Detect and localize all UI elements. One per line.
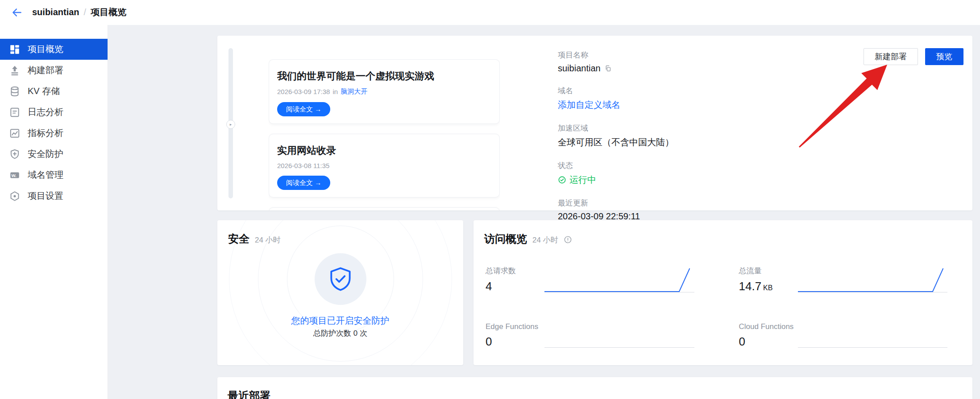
sidebar-item-label: 项目设置 bbox=[28, 190, 63, 202]
traffic-metrics-grid: 总请求数 4 总流量 14.7KB Edge Functions 0 bbox=[486, 263, 947, 349]
domain-label: 域名 bbox=[558, 86, 674, 96]
project-overview-card: ▸ 我们的世界可能是一个虚拟现实游戏 2026-03-09 17:38 in 脑… bbox=[217, 36, 972, 210]
project-info-panel: 项目名称 suibiantian 域名 添加自定义域名 加速区域 全球可用区（不… bbox=[558, 50, 674, 234]
last-updated-label: 最近更新 bbox=[558, 198, 674, 208]
shield-plus-icon bbox=[9, 148, 21, 160]
security-card: 安全 24 小时 您的项目已开启安全防护 总防护次数 0 次 bbox=[217, 220, 463, 365]
copy-icon[interactable] bbox=[604, 65, 612, 72]
sidebar-item-label: 构建部署 bbox=[28, 64, 63, 76]
add-custom-domain-link[interactable]: 添加自定义域名 bbox=[558, 99, 674, 111]
kv-storage-icon bbox=[9, 86, 21, 97]
svg-text:W.: W. bbox=[11, 173, 17, 177]
sidebar-item-security[interactable]: 安全防护 bbox=[0, 144, 108, 165]
sidebar-item-kv-storage[interactable]: KV 存储 bbox=[0, 81, 108, 102]
sidebar-item-label: 日志分析 bbox=[28, 106, 63, 118]
security-message-link[interactable]: 您的项目已开启安全防护 bbox=[217, 315, 463, 327]
traffic-overview-card: 访问概览 24 小时 总请求数 4 总流量 14.7KB bbox=[473, 220, 972, 365]
dashboard-icon bbox=[9, 44, 21, 55]
build-deploy-icon bbox=[9, 65, 21, 76]
sidebar-item-label: 安全防护 bbox=[28, 148, 63, 160]
security-title: 安全 bbox=[228, 232, 249, 246]
check-circle-icon bbox=[558, 176, 566, 184]
metric-label: Cloud Functions bbox=[739, 322, 798, 331]
metric-label: Edge Functions bbox=[486, 322, 544, 331]
project-name-label: 项目名称 bbox=[558, 50, 674, 60]
settings-icon bbox=[9, 190, 21, 202]
sidebar-item-log-analysis[interactable]: 日志分析 bbox=[0, 102, 108, 123]
metric-value: 4 bbox=[486, 280, 492, 293]
info-icon[interactable] bbox=[564, 235, 572, 244]
sidebar-item-build-deploy[interactable]: 构建部署 bbox=[0, 60, 108, 81]
recent-deployments-card: 最近部署 bbox=[217, 377, 972, 399]
sidebar-item-label: 项目概览 bbox=[28, 43, 63, 55]
security-period: 24 小时 bbox=[255, 235, 281, 245]
breadcrumb-project[interactable]: suibiantian bbox=[32, 7, 79, 17]
sparkline-total-traffic bbox=[798, 267, 948, 292]
metric-value: 0 bbox=[739, 335, 745, 348]
news-item: Edge插件 2026-03-08 10:11 bbox=[269, 207, 500, 210]
metric-value: 14.7 bbox=[739, 280, 762, 293]
news-item: 我们的世界可能是一个虚拟现实游戏 2026-03-09 17:38 in 脑洞大… bbox=[269, 59, 500, 124]
sparkline-cloud-functions bbox=[798, 322, 948, 348]
domain-icon: W. bbox=[9, 169, 21, 181]
main-content: ▸ 我们的世界可能是一个虚拟现实游戏 2026-03-09 17:38 in 脑… bbox=[108, 25, 980, 399]
metric-edge-functions: Edge Functions 0 bbox=[486, 318, 694, 349]
breadcrumb: suibiantian / 项目概览 bbox=[32, 6, 126, 18]
read-more-button[interactable]: 阅读全文 → bbox=[277, 102, 330, 116]
back-arrow-icon[interactable] bbox=[11, 7, 23, 18]
metric-label: 总流量 bbox=[739, 266, 798, 276]
metric-value: 0 bbox=[486, 335, 492, 348]
page-title: 项目概览 bbox=[91, 6, 126, 18]
collapse-toggle-icon[interactable]: ▸ bbox=[226, 120, 235, 129]
news-title: 实用网站收录 bbox=[277, 144, 490, 157]
sidebar-item-metrics[interactable]: 指标分析 bbox=[0, 123, 108, 144]
metric-label: 总请求数 bbox=[486, 266, 544, 276]
news-list: 我们的世界可能是一个虚拟现实游戏 2026-03-09 17:38 in 脑洞大… bbox=[269, 59, 500, 210]
region-value: 全球可用区（不含中国大陆） bbox=[558, 136, 674, 148]
metric-cloud-functions: Cloud Functions 0 bbox=[739, 318, 948, 349]
metric-total-requests: 总请求数 4 bbox=[486, 263, 694, 293]
news-date: 2026-03-08 11:35 bbox=[277, 162, 329, 169]
sidebar-item-label: KV 存储 bbox=[28, 85, 60, 97]
status-value: 运行中 bbox=[569, 174, 596, 186]
status-badge: 运行中 bbox=[558, 174, 674, 186]
security-total: 总防护次数 0 次 bbox=[217, 328, 463, 338]
news-in-label: in bbox=[332, 88, 338, 95]
metric-unit: KB bbox=[763, 284, 772, 292]
preview-button[interactable]: 预览 bbox=[925, 48, 963, 65]
metrics-icon bbox=[9, 128, 21, 139]
sidebar: 项目概览 构建部署 KV 存储 日志分析 指标分析 安全防护 W. 域名管理 项… bbox=[0, 25, 108, 399]
sparkline-edge-functions bbox=[544, 322, 694, 348]
sidebar-item-label: 域名管理 bbox=[28, 169, 63, 181]
new-deploy-button[interactable]: 新建部署 bbox=[864, 48, 918, 65]
sidebar-item-label: 指标分析 bbox=[28, 127, 63, 139]
top-bar: suibiantian / 项目概览 bbox=[0, 0, 980, 25]
sidebar-item-domain[interactable]: W. 域名管理 bbox=[0, 165, 108, 185]
breadcrumb-separator: / bbox=[84, 7, 87, 17]
metric-total-traffic: 总流量 14.7KB bbox=[739, 263, 948, 293]
sidebar-item-settings[interactable]: 项目设置 bbox=[0, 185, 108, 206]
status-label: 状态 bbox=[558, 160, 674, 171]
recent-deployments-title: 最近部署 bbox=[228, 389, 270, 399]
traffic-period: 24 小时 bbox=[532, 235, 558, 245]
news-category-link[interactable]: 脑洞大开 bbox=[341, 87, 367, 96]
sparkline-total-requests bbox=[544, 267, 694, 292]
traffic-title: 访问概览 bbox=[484, 232, 527, 246]
news-date: 2026-03-09 17:38 bbox=[277, 88, 330, 95]
region-label: 加速区域 bbox=[558, 123, 674, 133]
news-item: 实用网站收录 2026-03-08 11:35 阅读全文 → bbox=[269, 134, 500, 197]
log-analysis-icon bbox=[9, 107, 21, 118]
news-title: 我们的世界可能是一个虚拟现实游戏 bbox=[277, 70, 490, 83]
project-name-value: suibiantian bbox=[558, 63, 601, 74]
shield-check-icon bbox=[327, 265, 354, 293]
read-more-button[interactable]: 阅读全文 → bbox=[277, 176, 330, 190]
sidebar-item-project-overview[interactable]: 项目概览 bbox=[0, 39, 108, 60]
